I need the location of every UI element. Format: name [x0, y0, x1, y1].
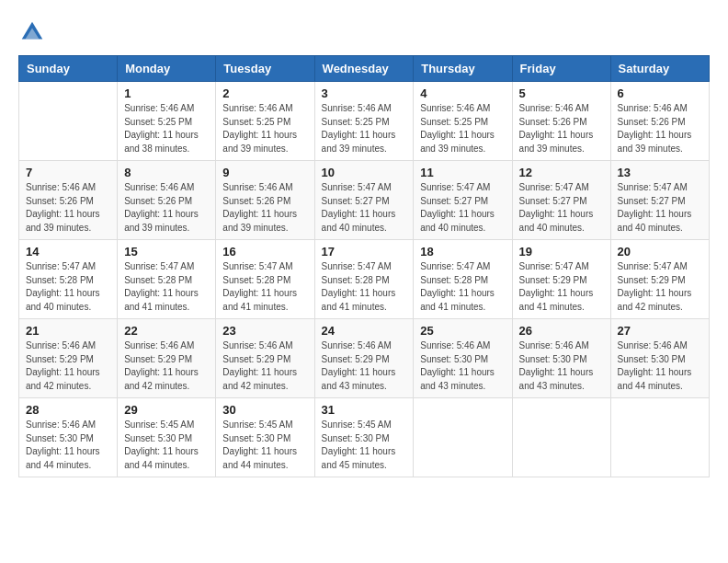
day-of-week-header: Friday	[512, 56, 610, 82]
day-info: Sunrise: 5:45 AM Sunset: 5:30 PM Dayligh…	[124, 419, 209, 472]
calendar-cell: 18Sunrise: 5:47 AM Sunset: 5:28 PM Dayli…	[414, 240, 512, 319]
calendar-cell: 3Sunrise: 5:46 AM Sunset: 5:25 PM Daylig…	[314, 82, 414, 161]
calendar-cell	[19, 82, 118, 161]
day-number: 2	[222, 86, 307, 100]
day-number: 22	[124, 324, 209, 338]
day-number: 25	[420, 324, 505, 338]
day-info: Sunrise: 5:47 AM Sunset: 5:29 PM Dayligh…	[519, 260, 604, 314]
day-info: Sunrise: 5:46 AM Sunset: 5:30 PM Dayligh…	[420, 339, 505, 393]
calendar-week-row: 28Sunrise: 5:46 AM Sunset: 5:30 PM Dayli…	[19, 398, 710, 477]
day-of-week-header: Tuesday	[216, 56, 314, 82]
day-info: Sunrise: 5:46 AM Sunset: 5:26 PM Dayligh…	[124, 181, 209, 235]
day-info: Sunrise: 5:47 AM Sunset: 5:27 PM Dayligh…	[618, 181, 702, 235]
day-info: Sunrise: 5:46 AM Sunset: 5:26 PM Dayligh…	[519, 102, 604, 155]
day-info: Sunrise: 5:46 AM Sunset: 5:25 PM Dayligh…	[222, 102, 307, 155]
day-number: 19	[519, 245, 604, 259]
day-number: 5	[519, 86, 604, 100]
day-number: 16	[222, 245, 307, 259]
day-info: Sunrise: 5:46 AM Sunset: 5:30 PM Dayligh…	[26, 419, 110, 472]
day-number: 27	[618, 324, 702, 338]
day-number: 24	[322, 324, 407, 338]
calendar-cell: 13Sunrise: 5:47 AM Sunset: 5:27 PM Dayli…	[610, 161, 709, 240]
day-number: 1	[124, 86, 209, 100]
day-info: Sunrise: 5:47 AM Sunset: 5:29 PM Dayligh…	[618, 260, 702, 314]
calendar-cell: 10Sunrise: 5:47 AM Sunset: 5:27 PM Dayli…	[314, 161, 414, 240]
logo-icon	[18, 18, 46, 46]
day-info: Sunrise: 5:46 AM Sunset: 5:30 PM Dayligh…	[618, 339, 702, 393]
page-header	[18, 18, 710, 46]
day-info: Sunrise: 5:47 AM Sunset: 5:27 PM Dayligh…	[519, 181, 604, 235]
calendar-cell: 30Sunrise: 5:45 AM Sunset: 5:30 PM Dayli…	[216, 398, 314, 477]
day-info: Sunrise: 5:46 AM Sunset: 5:29 PM Dayligh…	[124, 339, 209, 393]
day-info: Sunrise: 5:46 AM Sunset: 5:25 PM Dayligh…	[322, 102, 407, 155]
day-number: 3	[322, 86, 407, 100]
day-number: 29	[124, 403, 209, 417]
day-info: Sunrise: 5:46 AM Sunset: 5:29 PM Dayligh…	[26, 339, 110, 393]
calendar-cell: 11Sunrise: 5:47 AM Sunset: 5:27 PM Dayli…	[414, 161, 512, 240]
calendar-table: SundayMondayTuesdayWednesdayThursdayFrid…	[18, 55, 710, 477]
calendar-cell	[512, 398, 610, 477]
day-info: Sunrise: 5:45 AM Sunset: 5:30 PM Dayligh…	[322, 419, 407, 472]
day-number: 14	[26, 245, 110, 259]
calendar-cell: 31Sunrise: 5:45 AM Sunset: 5:30 PM Dayli…	[314, 398, 414, 477]
day-number: 8	[124, 166, 209, 179]
calendar-cell: 19Sunrise: 5:47 AM Sunset: 5:29 PM Dayli…	[512, 240, 610, 319]
calendar-header-row: SundayMondayTuesdayWednesdayThursdayFrid…	[19, 56, 710, 82]
calendar-cell: 26Sunrise: 5:46 AM Sunset: 5:30 PM Dayli…	[512, 319, 610, 398]
calendar-cell: 27Sunrise: 5:46 AM Sunset: 5:30 PM Dayli…	[610, 319, 709, 398]
day-of-week-header: Thursday	[414, 56, 512, 82]
day-number: 13	[618, 166, 702, 179]
calendar-cell: 2Sunrise: 5:46 AM Sunset: 5:25 PM Daylig…	[216, 82, 314, 161]
day-number: 11	[420, 166, 505, 179]
calendar-cell: 28Sunrise: 5:46 AM Sunset: 5:30 PM Dayli…	[19, 398, 118, 477]
calendar-cell: 16Sunrise: 5:47 AM Sunset: 5:28 PM Dayli…	[216, 240, 314, 319]
day-info: Sunrise: 5:46 AM Sunset: 5:26 PM Dayligh…	[26, 181, 110, 235]
day-info: Sunrise: 5:47 AM Sunset: 5:27 PM Dayligh…	[322, 181, 407, 235]
day-info: Sunrise: 5:46 AM Sunset: 5:25 PM Dayligh…	[420, 102, 505, 155]
day-info: Sunrise: 5:45 AM Sunset: 5:30 PM Dayligh…	[222, 419, 307, 472]
day-number: 12	[519, 166, 604, 179]
day-info: Sunrise: 5:47 AM Sunset: 5:28 PM Dayligh…	[420, 260, 505, 314]
day-number: 9	[222, 166, 307, 179]
calendar-cell: 9Sunrise: 5:46 AM Sunset: 5:26 PM Daylig…	[216, 161, 314, 240]
calendar-week-row: 7Sunrise: 5:46 AM Sunset: 5:26 PM Daylig…	[19, 161, 710, 240]
calendar-cell: 23Sunrise: 5:46 AM Sunset: 5:29 PM Dayli…	[216, 319, 314, 398]
day-number: 7	[26, 166, 110, 179]
day-number: 21	[26, 324, 110, 338]
day-number: 30	[222, 403, 307, 417]
calendar-cell: 22Sunrise: 5:46 AM Sunset: 5:29 PM Dayli…	[118, 319, 216, 398]
day-info: Sunrise: 5:47 AM Sunset: 5:28 PM Dayligh…	[322, 260, 407, 314]
day-number: 23	[222, 324, 307, 338]
day-of-week-header: Monday	[118, 56, 216, 82]
day-number: 15	[124, 245, 209, 259]
calendar-week-row: 14Sunrise: 5:47 AM Sunset: 5:28 PM Dayli…	[19, 240, 710, 319]
day-info: Sunrise: 5:47 AM Sunset: 5:28 PM Dayligh…	[26, 260, 110, 314]
day-info: Sunrise: 5:47 AM Sunset: 5:28 PM Dayligh…	[124, 260, 209, 314]
calendar-cell: 1Sunrise: 5:46 AM Sunset: 5:25 PM Daylig…	[118, 82, 216, 161]
day-info: Sunrise: 5:46 AM Sunset: 5:29 PM Dayligh…	[222, 339, 307, 393]
day-number: 6	[618, 86, 702, 100]
calendar-cell: 8Sunrise: 5:46 AM Sunset: 5:26 PM Daylig…	[118, 161, 216, 240]
day-number: 28	[26, 403, 110, 417]
calendar-cell: 14Sunrise: 5:47 AM Sunset: 5:28 PM Dayli…	[19, 240, 118, 319]
day-number: 4	[420, 86, 505, 100]
calendar-week-row: 1Sunrise: 5:46 AM Sunset: 5:25 PM Daylig…	[19, 82, 710, 161]
day-info: Sunrise: 5:46 AM Sunset: 5:29 PM Dayligh…	[322, 339, 407, 393]
calendar-cell: 21Sunrise: 5:46 AM Sunset: 5:29 PM Dayli…	[19, 319, 118, 398]
calendar-cell: 24Sunrise: 5:46 AM Sunset: 5:29 PM Dayli…	[314, 319, 414, 398]
day-info: Sunrise: 5:46 AM Sunset: 5:25 PM Dayligh…	[124, 102, 209, 155]
day-of-week-header: Wednesday	[314, 56, 414, 82]
calendar-cell: 12Sunrise: 5:47 AM Sunset: 5:27 PM Dayli…	[512, 161, 610, 240]
calendar-cell: 7Sunrise: 5:46 AM Sunset: 5:26 PM Daylig…	[19, 161, 118, 240]
calendar-cell: 29Sunrise: 5:45 AM Sunset: 5:30 PM Dayli…	[118, 398, 216, 477]
day-info: Sunrise: 5:46 AM Sunset: 5:30 PM Dayligh…	[519, 339, 604, 393]
calendar-cell: 20Sunrise: 5:47 AM Sunset: 5:29 PM Dayli…	[610, 240, 709, 319]
calendar-cell	[414, 398, 512, 477]
calendar-cell: 4Sunrise: 5:46 AM Sunset: 5:25 PM Daylig…	[414, 82, 512, 161]
day-of-week-header: Sunday	[19, 56, 118, 82]
calendar-cell	[610, 398, 709, 477]
day-number: 31	[322, 403, 407, 417]
day-number: 10	[322, 166, 407, 179]
day-number: 26	[519, 324, 604, 338]
day-number: 20	[618, 245, 702, 259]
